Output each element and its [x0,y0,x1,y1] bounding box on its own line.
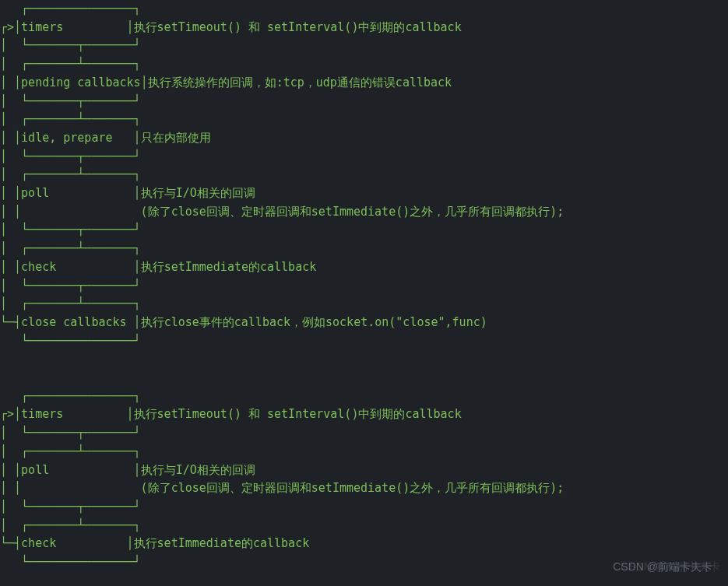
d2-conn1: │ └───────┬───────┘ [0,426,141,440]
d1-conn8: │ ┌───────┴───────┐ [0,241,141,255]
d1-timers-desc: 执行setTimeout() 和 setInterval()中到期的callba… [134,20,462,34]
d1-conn4: │ ┌───────┴───────┐ [0,112,141,126]
d1-conn7: │ └───────┬───────┘ [0,223,141,237]
d1-poll-label: poll [21,186,134,200]
d1-pending-pre: │ │ [0,75,21,89]
d2-bottom: └───────────────┘ [0,555,141,569]
d2-poll-desc: 执行与I/O相关的回调 [141,463,255,477]
d1-bottom: └───────────────┘ [0,334,141,348]
d2-conn2: │ ┌───────┴───────┐ [0,444,141,458]
d1-check-pre: │ │ [0,260,21,274]
d1-top: ┌───────────────┐ [0,2,141,16]
d1-close-desc: 执行close事件的callback，例如socket.on("close",f… [141,315,487,329]
d1-idle-pre: │ │ [0,131,21,145]
d2-poll-pre: │ │ [0,463,21,477]
d1-poll-note-pre: │ │ [0,205,134,219]
d1-conn5: │ └───────┬───────┘ [0,149,141,163]
d1-idle-desc: 只在内部使用 [141,131,211,145]
d2-top: ┌───────────────┐ [0,389,141,403]
d2-check-pre: └─┤ [0,536,21,550]
diagram-ascii: ┌───────────────┐ ┌>│timers │执行setTimeou… [0,0,728,572]
d2-conn3: │ └───────┬───────┘ [0,500,141,514]
d1-conn1: │ └───────┬───────┘ [0,38,141,52]
d2-poll-note: (除了close回调、定时器回调和setImmediate()之外，几乎所有回调… [134,481,564,495]
d1-conn9: │ └───────┬───────┘ [0,279,141,293]
d1-timers-label: timers [21,20,126,34]
d2-timers-desc: 执行setTimeout() 和 setInterval()中到期的callba… [134,407,462,421]
d2-check-label: check [21,536,126,550]
d2-timers-pre: ┌>│ [0,407,21,421]
d2-timers-label: timers [21,407,126,421]
d2-check-desc: 执行setImmediate的callback [134,536,310,550]
d1-pending-desc: 执行系统操作的回调，如:tcp，udp通信的错误callback [148,75,452,89]
watermark: CSDN @前端卡夫卡 [613,558,712,577]
d1-conn2: │ ┌───────┴───────┐ [0,57,141,71]
d1-close-label: close callbacks [21,315,134,329]
d1-poll-desc: 执行与I/O相关的回调 [141,186,255,200]
d1-close-pre: └─┤ [0,315,21,329]
d2-conn4: │ ┌───────┴───────┐ [0,518,141,532]
d1-idle-label: idle, prepare [21,131,134,145]
d2-poll-note-pre: │ │ [0,481,134,495]
d1-check-desc: 执行setImmediate的callback [141,260,317,274]
d1-timers-pre: ┌>│ [0,20,21,34]
d2-poll-label: poll [21,463,134,477]
d1-poll-pre: │ │ [0,186,21,200]
d1-conn6: │ ┌───────┴───────┐ [0,167,141,181]
d1-poll-note: (除了close回调、定时器回调和setImmediate()之外，几乎所有回调… [134,205,564,219]
d1-pending-label: pending callbacks [21,75,141,89]
d1-conn3: │ └───────┬───────┘ [0,94,141,108]
d1-conn10: │ ┌───────┴───────┐ [0,297,141,311]
d1-check-label: check [21,260,134,274]
